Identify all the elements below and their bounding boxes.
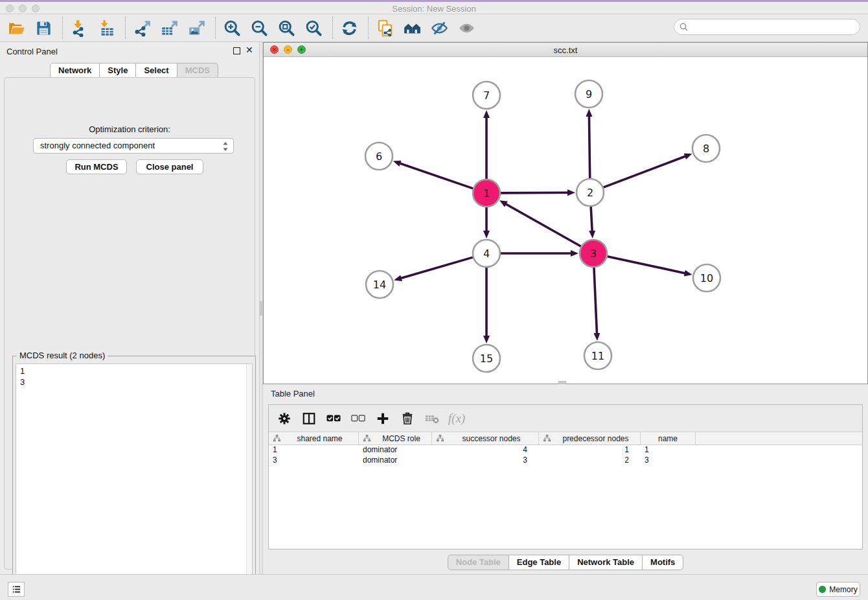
node-table: shared nameMCDS rolesuccessor nodesprede…: [269, 432, 862, 549]
table-header-row: shared nameMCDS rolesuccessor nodesprede…: [269, 432, 862, 445]
network-view-window: ✕ − + scc.txt 7968124314101511: [263, 42, 868, 384]
column-header-name[interactable]: name: [641, 432, 696, 444]
graph-edge-1-2[interactable]: [501, 192, 569, 193]
column-header-shared-name[interactable]: shared name: [269, 432, 359, 444]
deselect-all-button[interactable]: [350, 411, 366, 426]
graph-node-14[interactable]: 14: [366, 271, 393, 298]
tab-edge-table[interactable]: Edge Table: [508, 555, 569, 570]
table-toolbar: f(x): [269, 405, 862, 432]
zoom-out-button[interactable]: [249, 18, 269, 38]
graph-edge-3-11[interactable]: [594, 268, 597, 334]
column-header-predecessor-nodes[interactable]: predecessor nodes: [539, 432, 641, 444]
columns-button[interactable]: [301, 411, 317, 426]
graph-node-2[interactable]: 2: [577, 179, 604, 206]
export-image-icon: [188, 19, 205, 37]
tab-style[interactable]: Style: [99, 63, 136, 78]
refresh-button[interactable]: [339, 18, 359, 38]
deselect-all-icon: [351, 411, 365, 426]
close-panel-icon[interactable]: ✕: [246, 47, 253, 54]
export-image-button[interactable]: [187, 18, 206, 38]
tab-network[interactable]: Network: [50, 63, 100, 78]
graph-edge-2-8[interactable]: [604, 156, 687, 187]
tab-select[interactable]: Select: [135, 63, 177, 78]
toolbar-separator: [62, 17, 63, 39]
tab-node-table[interactable]: Node Table: [448, 555, 509, 570]
graph-node-8[interactable]: 8: [692, 135, 720, 162]
graph-edge-3-1[interactable]: [505, 203, 581, 246]
list-icon: [11, 584, 22, 595]
column-header-MCDS-role[interactable]: MCDS role: [359, 432, 432, 444]
graph-edge-1-6[interactable]: [399, 163, 473, 189]
graph-node-1[interactable]: 1: [473, 179, 500, 207]
graph-node-15[interactable]: 15: [473, 345, 500, 372]
graph-node-4[interactable]: 4: [473, 240, 500, 267]
graph-node-9[interactable]: 9: [575, 80, 602, 108]
hide-selected-button[interactable]: [429, 18, 449, 38]
mcds-result-text[interactable]: 1 3: [16, 363, 253, 600]
first-neighbors-button[interactable]: [402, 18, 422, 38]
columns-icon: [302, 411, 316, 426]
graph-edge-2-3[interactable]: [591, 207, 592, 232]
delete-row-button[interactable]: [400, 411, 415, 426]
tab-network-table[interactable]: Network Table: [569, 555, 643, 570]
close-panel-button[interactable]: Close panel: [136, 159, 203, 174]
zoom-in-icon: [223, 19, 241, 37]
function-builder-icon: f(x): [448, 411, 465, 426]
column-header-successor-nodes[interactable]: successor nodes: [432, 432, 539, 444]
run-mcds-button[interactable]: Run MCDS: [66, 159, 127, 174]
export-table-icon: [161, 19, 178, 37]
add-row-button[interactable]: [375, 411, 391, 426]
graph-edge-4-14[interactable]: [400, 257, 473, 279]
control-panel-tabs: NetworkStyleSelectMCDS: [50, 63, 218, 78]
export-network-icon: [133, 19, 151, 37]
svg-text:3: 3: [590, 248, 597, 260]
gear-button[interactable]: [277, 411, 292, 426]
criterion-dropdown[interactable]: strongly connected component: [33, 138, 234, 154]
refresh-icon: [341, 19, 358, 37]
table-row[interactable]: 1dominator411: [269, 445, 862, 456]
svg-text:11: 11: [591, 350, 604, 362]
tab-mcds[interactable]: MCDS: [177, 63, 218, 78]
memory-status-dot: [819, 586, 826, 593]
graph-node-11[interactable]: 11: [584, 342, 611, 369]
table-cell: 2: [539, 456, 641, 466]
zoom-in-button[interactable]: [222, 18, 242, 38]
zoom-fit-button[interactable]: [277, 18, 296, 38]
svg-text:4: 4: [483, 248, 490, 260]
delete-table-icon: [425, 411, 439, 426]
graph-node-3[interactable]: 3: [580, 240, 607, 267]
select-all-button[interactable]: [326, 411, 341, 426]
open-file-button[interactable]: [6, 18, 26, 38]
memory-button[interactable]: Memory: [816, 582, 860, 597]
control-panel-title: Control Panel: [6, 47, 58, 56]
show-all-button[interactable]: [457, 18, 476, 38]
result-scrollbar[interactable]: [246, 364, 252, 599]
graph-edge-3-10[interactable]: [607, 257, 685, 273]
hierarchy-icon: [363, 434, 371, 443]
import-table-button[interactable]: [97, 18, 116, 38]
save-session-button[interactable]: [34, 18, 53, 38]
toolbar-separator: [215, 17, 216, 39]
tab-motifs[interactable]: Motifs: [642, 555, 683, 570]
window-title: Session: New Session: [0, 4, 868, 14]
export-table-button[interactable]: [159, 18, 179, 38]
svg-text:7: 7: [483, 89, 490, 102]
new-network-from-selection-button[interactable]: [375, 18, 394, 38]
network-graph[interactable]: 7968124314101511: [264, 57, 867, 384]
search-input[interactable]: [674, 19, 860, 35]
add-row-icon: [376, 411, 390, 426]
export-network-button[interactable]: [132, 18, 152, 38]
float-panel-icon[interactable]: [233, 47, 240, 54]
import-network-button[interactable]: [69, 18, 89, 38]
table-row[interactable]: 3dominator323: [269, 456, 862, 466]
splitter-grip[interactable]: [260, 301, 262, 316]
graph-node-6[interactable]: 6: [365, 143, 393, 170]
zoom-selected-button[interactable]: [304, 18, 323, 38]
network-window-titlebar[interactable]: ✕ − + scc.txt: [264, 43, 867, 57]
search-icon: [679, 22, 689, 32]
task-history-button[interactable]: [8, 582, 25, 597]
graph-edge-2-9[interactable]: [589, 115, 589, 178]
graph-node-7[interactable]: 7: [473, 82, 500, 109]
graph-node-10[interactable]: 10: [693, 264, 720, 292]
table-cell: 3: [269, 456, 359, 466]
